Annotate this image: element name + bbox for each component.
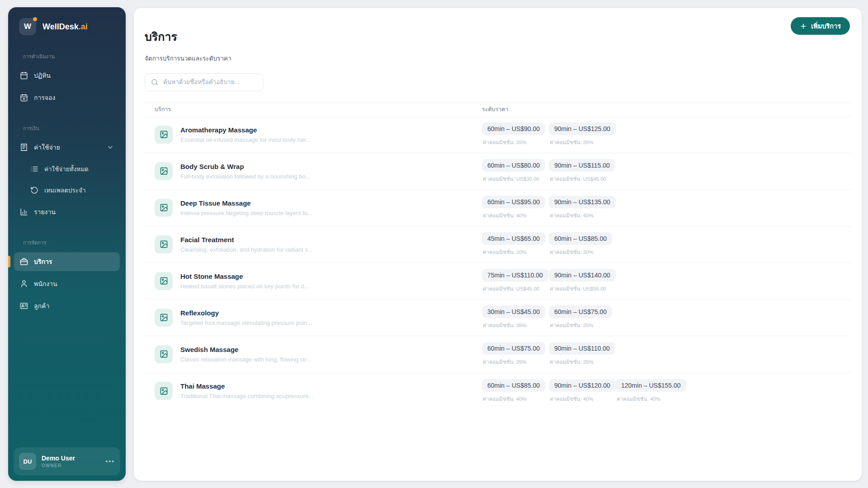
price-badge: 90min – US$110.00 [549, 342, 615, 355]
commission-text: ค่าคอมมิชชั่น: 40% [482, 211, 527, 220]
service-cell: Facial TreatmentCleansing, exfoliation, … [155, 235, 482, 253]
service-text: Swedish MassageClassic relaxation massag… [180, 346, 311, 363]
price-badge: 90min – US$120.00 [549, 379, 616, 392]
price-tiers: 60min – US$90.00ค่าคอมมิชชั่น: 35%90min … [482, 122, 616, 146]
history-icon [30, 186, 38, 194]
sidebar-item-id-card[interactable]: ลูกค้า [14, 296, 120, 315]
sidebar-item-label: ลูกค้า [34, 301, 49, 311]
service-row[interactable]: Hot Stone MassageHeated basalt stones pl… [145, 263, 851, 300]
column-header-service: บริการ [155, 105, 482, 114]
active-indicator [8, 256, 10, 267]
price-tier: 60min – US$80.00ค่าคอมมิชชั่น: US$30.00 [482, 159, 549, 183]
user-card[interactable]: DU Demo User OWNER ••• [14, 447, 120, 475]
sidebar-section-label: การเงิน [23, 124, 111, 132]
price-tiers: 60min – US$80.00ค่าคอมมิชชั่น: US$30.009… [482, 159, 616, 183]
ellipsis-icon[interactable]: ••• [105, 458, 115, 465]
price-tier: 60min – US$85.00ค่าคอมมิชชั่น: 30% [549, 232, 616, 256]
service-description: Full-body exfoliation followed by a nour… [180, 173, 311, 180]
sidebar-item-label: ค่าใช้จ่ายทั้งหมด [44, 164, 89, 174]
price-tier: 120min – US$155.00ค่าคอมมิชชั่น: 40% [616, 379, 683, 403]
sidebar-item-history[interactable]: เทมเพลตประจำ [14, 181, 120, 199]
commission-text: ค่าคอมมิชชั่น: 40% [616, 395, 660, 403]
price-tier: 90min – US$115.00ค่าคอมมิชชั่น: US$45.00 [549, 159, 616, 183]
main-content: บริการ จัดการบริการนวดและระดับราคา เพิ่ม… [134, 8, 862, 481]
service-text: ReflexologyTargeted foot massage stimula… [180, 309, 312, 326]
table-body: Aromatherapy MassageEssential oil-infuse… [145, 117, 851, 409]
price-tier: 90min – US$140.00ค่าคอมมิชชั่น: US$55.00 [549, 269, 616, 293]
sidebar-item-label: พนักงาน [34, 279, 57, 289]
price-tier: 60min – US$75.00ค่าคอมมิชชั่น: 35% [482, 342, 549, 366]
service-row[interactable]: Aromatherapy MassageEssential oil-infuse… [145, 117, 851, 153]
service-row[interactable]: Body Scrub & WrapFull-body exfoliation f… [145, 153, 851, 190]
user-icon [20, 280, 28, 288]
price-badge: 75min – US$110.00 [482, 269, 548, 282]
service-cell: Hot Stone MassageHeated basalt stones pl… [155, 272, 482, 290]
sidebar-item-calendar[interactable]: ปฏิทิน [14, 66, 120, 85]
service-row[interactable]: Facial TreatmentCleansing, exfoliation, … [145, 226, 851, 263]
service-description: Heated basalt stones placed on key point… [180, 283, 309, 290]
price-badge: 60min – US$85.00 [482, 379, 545, 392]
service-row[interactable]: ReflexologyTargeted foot massage stimula… [145, 300, 851, 336]
commission-text: ค่าคอมมิชชั่น: US$55.00 [549, 285, 606, 293]
commission-text: ค่าคอมมิชชั่น: 40% [482, 395, 527, 403]
image-icon [155, 199, 173, 217]
avatar: DU [19, 453, 36, 470]
image-icon [155, 309, 173, 327]
price-tier: 90min – US$110.00ค่าคอมมิชชั่น: 35% [549, 342, 616, 366]
image-icon [155, 126, 173, 144]
service-description: Intense pressure targeting deep muscle l… [180, 210, 312, 216]
price-tier: 60min – US$90.00ค่าคอมมิชชั่น: 35% [482, 122, 549, 146]
service-cell: Thai MassageTraditional Thai massage com… [155, 382, 482, 400]
service-name: Aromatherapy Massage [180, 126, 311, 134]
service-row[interactable]: Deep Tissue MassageIntense pressure targ… [145, 190, 851, 226]
sidebar-item-calendar-plus[interactable]: การจอง [14, 88, 120, 107]
sidebar: W WellDesk.ai การดำเนินงานปฏิทินการจองกา… [8, 7, 126, 481]
image-icon [155, 235, 173, 253]
image-icon [155, 162, 173, 180]
commission-text: ค่าคอมมิชชั่น: 40% [549, 395, 594, 403]
page-title: บริการ [145, 28, 851, 46]
commission-text: ค่าคอมมิชชั่น: US$30.00 [482, 175, 539, 183]
commission-text: ค่าคอมมิชชั่น: 35% [482, 358, 527, 366]
service-cell: Aromatherapy MassageEssential oil-infuse… [155, 126, 482, 144]
service-name: Hot Stone Massage [180, 272, 309, 280]
sidebar-item-list[interactable]: ค่าใช้จ่ายทั้งหมด [14, 160, 120, 178]
service-cell: Deep Tissue MassageIntense pressure targ… [155, 199, 482, 217]
service-row[interactable]: Swedish MassageClassic relaxation massag… [145, 336, 851, 373]
service-cell: Body Scrub & WrapFull-body exfoliation f… [155, 162, 482, 180]
service-name: Body Scrub & Wrap [180, 163, 311, 170]
calendar-icon [20, 71, 28, 80]
price-tier: 60min – US$95.00ค่าคอมมิชชั่น: 40% [482, 196, 549, 220]
price-badge: 60min – US$75.00 [549, 305, 612, 318]
price-tiers: 30min – US$45.00ค่าคอมมิชชั่น: 35%60min … [482, 305, 616, 329]
add-service-button[interactable]: เพิ่มบริการ [791, 17, 850, 35]
add-service-button-label: เพิ่มบริการ [811, 21, 841, 31]
briefcase-icon [20, 258, 28, 266]
commission-text: ค่าคอมมิชชั่น: 35% [482, 321, 527, 329]
sidebar-item-bar-chart[interactable]: รายงาน [14, 202, 120, 221]
price-badge: 60min – US$90.00 [482, 122, 545, 135]
sidebar-nav: การดำเนินงานปฏิทินการจองการเงินค่าใช้จ่า… [8, 35, 126, 447]
image-icon [155, 382, 173, 400]
sidebar-item-label: ปฏิทิน [34, 70, 51, 80]
price-tier: 90min – US$135.00ค่าคอมมิชชั่น: 40% [549, 196, 616, 220]
service-description: Cleansing, exfoliation, and hydration fo… [180, 246, 313, 253]
price-tier: 30min – US$45.00ค่าคอมมิชชั่น: 35% [482, 305, 549, 329]
service-text: Facial TreatmentCleansing, exfoliation, … [180, 236, 313, 253]
sidebar-item-user[interactable]: พนักงาน [14, 274, 120, 293]
image-icon [155, 345, 173, 363]
price-tiers: 45min – US$65.00ค่าคอมมิชชั่น: 30%60min … [482, 232, 616, 256]
service-row[interactable]: Thai MassageTraditional Thai massage com… [145, 373, 851, 409]
brand: W WellDesk.ai [8, 7, 126, 35]
brand-name: WellDesk.ai [42, 22, 88, 32]
service-description: Essential oil-infused massage for mind-b… [180, 136, 311, 143]
commission-text: ค่าคอมมิชชั่น: 35% [549, 321, 594, 329]
service-cell: ReflexologyTargeted foot massage stimula… [155, 309, 482, 327]
price-tier: 90min – US$125.00ค่าคอมมิชชั่น: 35% [549, 122, 616, 146]
column-header-price-tiers: ระดับราคา [482, 105, 509, 114]
search-input[interactable] [162, 78, 257, 86]
sidebar-item-receipt[interactable]: ค่าใช้จ่าย [14, 138, 120, 157]
service-text: Body Scrub & WrapFull-body exfoliation f… [180, 163, 311, 180]
search-box[interactable] [145, 73, 263, 91]
sidebar-item-briefcase[interactable]: บริการ [14, 252, 120, 271]
